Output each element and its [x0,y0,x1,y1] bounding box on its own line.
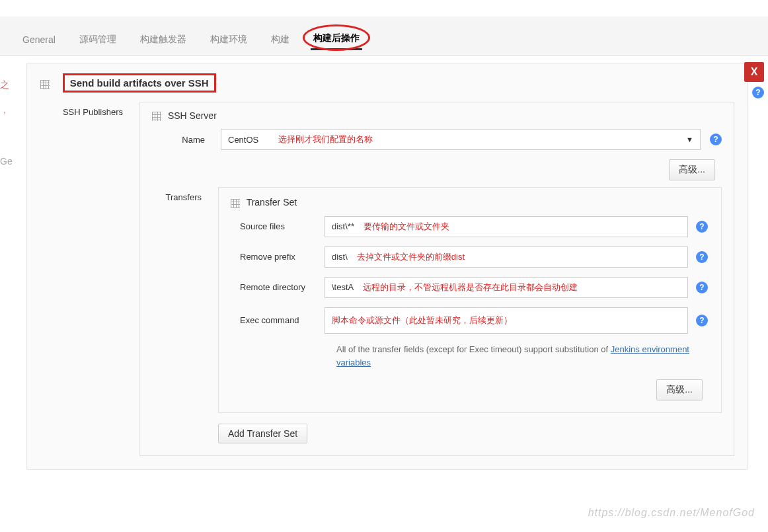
ssh-server-box: SSH Server Name CentOS 选择刚才我们配置的名称 ▼ ? 高… [139,102,734,456]
cropped-text: 之 ， Ge [0,79,13,167]
annotation: 选择刚才我们配置的名称 [278,133,373,145]
annotation: 脚本命令或源文件（此处暂未研究，后续更新） [332,315,512,326]
help-icon[interactable]: ? [710,133,722,145]
advanced-button[interactable]: 高级... [669,159,715,180]
annotation: 要传输的文件或文件夹 [364,221,449,233]
close-button[interactable]: X [744,62,764,82]
help-icon[interactable]: ? [696,282,708,293]
watermark: https://blog.csdn.net/MenofGod [588,507,755,519]
transfers-label: Transfers [152,187,218,443]
tab-build[interactable]: 构建 [268,30,292,50]
config-tabs: General 源码管理 构建触发器 构建环境 构建 构建后操作 [0,17,768,56]
remove-prefix-label: Remove prefix [231,252,317,262]
tab-environment[interactable]: 构建环境 [208,30,250,50]
source-files-label: Source files [231,221,317,231]
drag-handle-icon[interactable] [152,112,161,121]
remote-dir-label: Remote directory [231,282,317,292]
chevron-down-icon: ▼ [686,135,693,143]
source-files-input[interactable]: dist\** 要传输的文件或文件夹 [325,216,688,237]
transfer-set-box: Transfer Set Source files dist\** 要传输的文件… [218,187,722,413]
annotation: 远程的目录，不管远程机器是否存在此目录都会自动创建 [363,282,578,293]
tab-general[interactable]: General [20,30,58,49]
exec-command-input[interactable]: 脚本命令或源文件（此处暂未研究，后续更新） [325,307,688,334]
post-build-panel: X ? Send build artifacts over SSH SSH Pu… [26,63,748,470]
ssh-server-header: SSH Server [168,110,217,121]
input-value: dist\** [332,221,354,231]
ssh-publishers-label: SSH Publishers [40,102,139,456]
server-name-select[interactable]: CentOS 选择刚才我们配置的名称 ▼ [221,129,701,150]
name-label: Name [152,135,211,145]
help-icon[interactable]: ? [696,315,708,326]
hint-text: All of the transfer fields (except for E… [231,343,709,371]
exec-command-label: Exec command [231,315,317,325]
panel-title: Send build artifacts over SSH [63,73,216,93]
annotation: 去掉文件或文件夹的前缀dist [357,251,465,263]
select-value: CentOS [228,135,258,145]
tab-post-build[interactable]: 构建后操作 [311,28,362,50]
remove-prefix-input[interactable]: dist\ 去掉文件或文件夹的前缀dist [325,247,688,268]
input-value: dist\ [332,252,348,262]
drag-handle-icon[interactable] [40,80,50,89]
drag-handle-icon[interactable] [231,199,240,208]
tab-scm[interactable]: 源码管理 [77,30,119,50]
help-icon[interactable]: ? [696,251,708,263]
input-value: \testA [332,282,354,292]
help-icon[interactable]: ? [696,221,708,233]
help-icon[interactable]: ? [752,87,764,98]
add-transfer-set-button[interactable]: Add Transfer Set [218,424,307,443]
transfer-set-header: Transfer Set [247,197,297,208]
transfer-advanced-button[interactable]: 高级... [656,379,703,400]
remote-dir-input[interactable]: \testA 远程的目录，不管远程机器是否存在此目录都会自动创建 [325,277,688,298]
tab-triggers[interactable]: 构建触发器 [137,30,189,50]
